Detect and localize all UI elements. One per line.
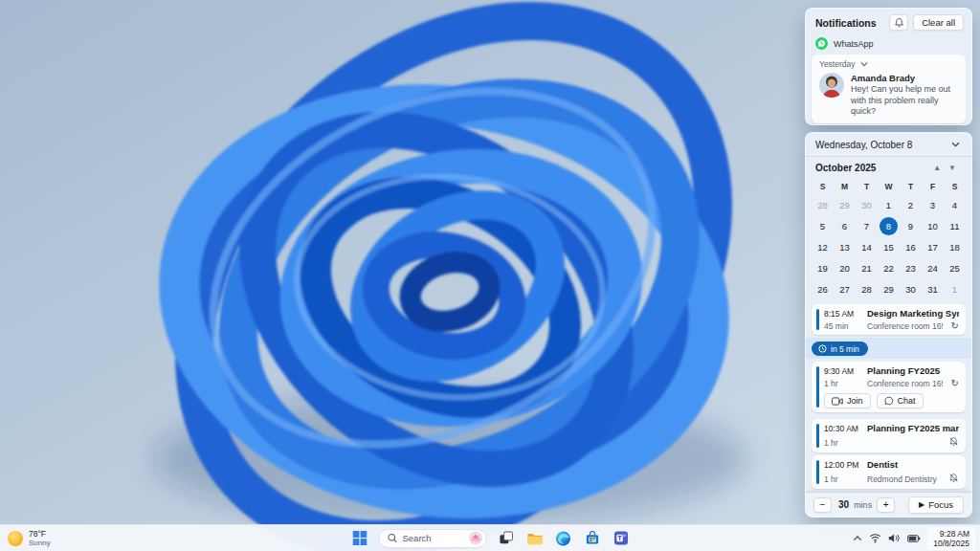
taskbar-center: Search <box>350 529 631 548</box>
calendar-day[interactable]: 9 <box>900 215 922 236</box>
calendar-day[interactable]: 7 <box>856 215 878 236</box>
hidden-icons-chevron[interactable] <box>853 535 862 541</box>
calendar-day[interactable]: 27 <box>834 278 856 299</box>
calendar-dayhead: S <box>944 179 966 194</box>
calendar-dayhead: T <box>900 179 922 194</box>
upcoming-pill: in 5 min <box>812 342 868 356</box>
notification-group-label: Yesterday <box>819 59 856 69</box>
clock-date-button[interactable]: 9:28 AM 10/8/2025 <box>927 527 975 550</box>
clear-all-button[interactable]: Clear all <box>913 14 964 31</box>
calendar-day[interactable]: 20 <box>834 257 856 278</box>
event-location: Conference room 16537/AV <box>867 379 943 388</box>
calendar-collapse-button[interactable] <box>946 137 965 153</box>
event-card[interactable]: 8:15 AM Design Marketing Sync 45 min Con… <box>812 304 966 335</box>
calendar-day[interactable]: 11 <box>944 215 966 236</box>
calendar-day[interactable]: 25 <box>944 257 966 278</box>
calendar-date-label: Wednesday, October 8 <box>815 140 946 150</box>
chat-bubble-icon <box>884 396 894 406</box>
calendar-day[interactable]: 29 <box>878 278 900 299</box>
teams-button[interactable] <box>612 529 631 548</box>
month-previous-button[interactable]: ▲ <box>929 164 945 172</box>
notification-message-row: Amanda Brady Hey! Can you help me out wi… <box>819 73 958 118</box>
calendar-day[interactable]: 15 <box>878 236 900 257</box>
chat-button[interactable]: Chat <box>877 393 924 408</box>
search-box[interactable]: Search <box>379 529 487 548</box>
event-card[interactable]: 9:30 AM Planning FY2025 1 hr Conference … <box>812 362 966 412</box>
event-time: 12:00 PM <box>824 460 864 470</box>
event-time: 9:30 AM <box>824 366 864 376</box>
calendar-dayhead: T <box>856 179 878 194</box>
calendar-day[interactable]: 14 <box>856 236 878 257</box>
search-highlight-image[interactable] <box>469 531 483 545</box>
calendar-day[interactable]: 28 <box>812 194 834 215</box>
event-time: 8:15 AM <box>824 309 864 319</box>
calendar-day[interactable]: 2 <box>900 194 922 215</box>
decrease-duration-button[interactable]: − <box>813 497 832 513</box>
event-title: Planning FY2025 marketing <box>867 423 959 433</box>
calendar-day[interactable]: 19 <box>812 257 834 278</box>
event-card[interactable]: 12:00 PM Dentist 1 hr Redmond Dentistry <box>812 455 966 489</box>
taskbar: 78°F Sunny Search <box>0 524 980 551</box>
notification-sender: Amanda Brady <box>851 73 964 83</box>
calendar-day[interactable]: 23 <box>900 257 922 278</box>
increase-duration-button[interactable]: + <box>877 497 895 513</box>
bell-icon <box>894 17 904 28</box>
notification-app-name: WhatsApp <box>834 39 874 49</box>
calendar-month-label: October 2025 <box>815 163 929 173</box>
notification-text: Amanda Brady Hey! Can you help me out wi… <box>851 73 964 118</box>
wifi-icon[interactable] <box>869 533 881 543</box>
calendar-day[interactable]: 12 <box>812 236 834 257</box>
calendar-day[interactable]: 26 <box>812 278 834 299</box>
calendar-day[interactable]: 13 <box>834 236 856 257</box>
calendar-day[interactable]: 6 <box>834 215 856 236</box>
task-view-button[interactable] <box>497 529 516 548</box>
start-button[interactable] <box>350 529 369 548</box>
calendar-day[interactable]: 16 <box>900 236 922 257</box>
event-accent-bar <box>816 366 819 408</box>
focus-duration-value: 30 <box>838 499 849 510</box>
do-not-disturb-button[interactable] <box>889 14 908 31</box>
calendar-dayhead: S <box>812 179 834 194</box>
file-explorer-button[interactable] <box>525 529 545 548</box>
event-accent-bar <box>816 424 819 448</box>
calendar-day[interactable]: 30 <box>900 278 922 299</box>
calendar-day[interactable]: 8 <box>878 215 900 236</box>
calendar-day[interactable]: 1 <box>944 278 966 299</box>
avatar <box>819 73 844 98</box>
system-tray: 9:28 AM 10/8/2025 <box>853 527 975 550</box>
event-card[interactable]: 10:30 AM Planning FY2025 marketing 1 hr <box>812 419 966 452</box>
calendar-day[interactable]: 17 <box>922 236 944 257</box>
calendar-day[interactable]: 5 <box>812 215 834 236</box>
microsoft-store-button[interactable] <box>583 529 602 548</box>
edge-button[interactable] <box>554 529 573 548</box>
calendar-day[interactable]: 29 <box>834 194 856 215</box>
notification-card[interactable]: Yesterday Amanda Brady Hey! Can you help… <box>812 55 966 123</box>
focus-button[interactable]: ▶ Focus <box>908 496 964 514</box>
calendar-day[interactable]: 3 <box>922 194 944 215</box>
file-explorer-icon <box>526 531 543 545</box>
event-time: 10:30 AM <box>824 424 864 433</box>
volume-icon[interactable] <box>888 533 901 543</box>
weather-widget[interactable]: 78°F Sunny <box>8 529 51 547</box>
calendar-day[interactable]: 4 <box>944 194 966 215</box>
chevron-down-icon <box>951 142 960 147</box>
calendar-day[interactable]: 22 <box>878 257 900 278</box>
battery-icon[interactable] <box>907 534 921 543</box>
calendar-day[interactable]: 1 <box>878 194 900 215</box>
event-title: Dentist <box>867 459 959 470</box>
calendar-day[interactable]: 24 <box>922 257 944 278</box>
notification-app-row[interactable]: WhatsApp <box>806 34 971 52</box>
month-next-button[interactable]: ▼ <box>945 164 960 172</box>
calendar-day[interactable]: 30 <box>856 194 878 215</box>
calendar-day[interactable]: 31 <box>922 278 944 299</box>
calendar-day[interactable]: 28 <box>856 278 878 299</box>
event-location: Conference room 16537/AV <box>867 321 943 331</box>
notification-group-row[interactable]: Yesterday <box>819 59 958 69</box>
calendar-day[interactable]: 18 <box>944 236 966 257</box>
search-placeholder: Search <box>403 533 464 543</box>
calendar-day[interactable]: 10 <box>922 215 944 236</box>
calendar-day[interactable]: 21 <box>856 257 878 278</box>
calendar-month-row: October 2025 ▲ ▼ <box>806 157 971 179</box>
join-button[interactable]: Join <box>824 393 871 408</box>
windows-logo-icon <box>352 531 367 545</box>
